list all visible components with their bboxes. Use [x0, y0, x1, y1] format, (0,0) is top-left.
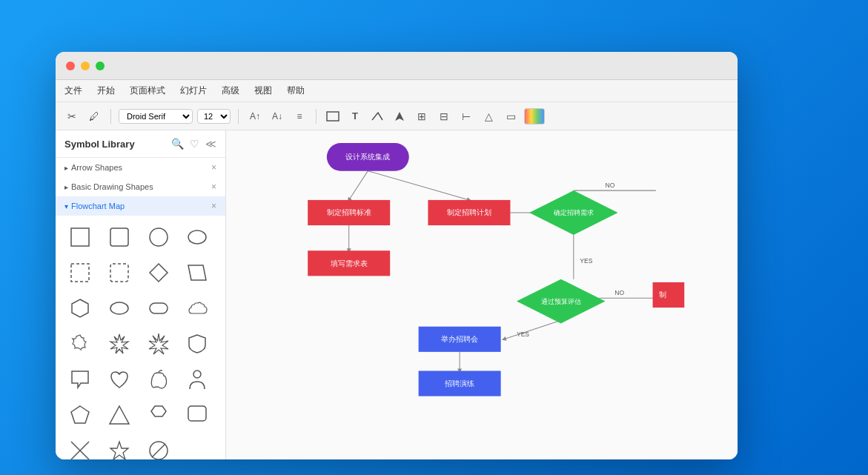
panel-icon[interactable]: ▭	[502, 107, 520, 125]
basic-drawing-label: Basic Drawing Shapes	[71, 182, 153, 191]
close-button[interactable]	[66, 62, 75, 70]
svg-text:招聘演练: 招聘演练	[444, 379, 474, 388]
shape-diamond[interactable]	[143, 257, 174, 288]
menu-slideshow[interactable]: 幻灯片	[180, 84, 207, 97]
font-size-select[interactable]: 12	[197, 109, 231, 124]
arrow-shapes-close[interactable]: ×	[211, 162, 216, 173]
connection-icon[interactable]: ⊢	[457, 107, 475, 125]
basic-drawing-close[interactable]: ×	[211, 182, 216, 192]
shape-speech-bubble[interactable]	[64, 364, 96, 395]
canvas-area[interactable]: NO YES YES NO 设计系统集成	[226, 130, 738, 459]
sidebar: Symbol Library 🔍 ♡ ≪ ▸ Arrow Shapes × ▸	[56, 130, 226, 459]
svg-marker-10	[72, 299, 88, 317]
title-bar	[56, 52, 738, 80]
shape-rounded-rect[interactable]	[143, 293, 174, 324]
shape-person[interactable]	[182, 364, 213, 395]
svg-text:举办招聘会: 举办招聘会	[441, 335, 478, 343]
shape-star-5[interactable]	[104, 435, 135, 459]
svg-rect-17	[188, 406, 206, 421]
font-select[interactable]: Droid Serif	[119, 109, 193, 124]
menu-start[interactable]: 开始	[97, 84, 115, 97]
shape-star-burst[interactable]	[143, 328, 174, 359]
svg-point-4	[150, 228, 168, 246]
svg-rect-0	[327, 112, 339, 121]
shape-splat[interactable]	[64, 328, 96, 359]
menu-view[interactable]: 视图	[254, 84, 272, 97]
svg-rect-3	[110, 228, 128, 246]
svg-marker-18	[110, 442, 128, 459]
flowchart-label: Flowchart Map	[71, 202, 125, 210]
shape-cloud[interactable]	[182, 293, 213, 324]
shape-ellipse[interactable]	[104, 293, 135, 324]
sidebar-header-icons: 🔍 ♡ ≪	[171, 138, 216, 150]
svg-marker-14	[71, 406, 89, 423]
table-icon[interactable]: ⊟	[435, 107, 453, 125]
toolbar: ✂ 🖊 Droid Serif 12 A↑ A↓ ≡ T ⊞ ⊟ ⊢ △ ▭	[56, 102, 738, 130]
svg-point-13	[193, 371, 201, 378]
shape-circle-2[interactable]	[182, 222, 213, 253]
shape-hexagon-2[interactable]	[143, 399, 174, 431]
align-icon[interactable]: ≡	[291, 107, 308, 125]
svg-text:NO: NO	[614, 289, 624, 296]
paint-icon[interactable]: 🖊	[85, 107, 103, 125]
toolbar-separator-1	[110, 109, 111, 124]
search-icon[interactable]: 🔍	[171, 138, 184, 150]
shape-square-1[interactable]	[64, 222, 96, 253]
svg-marker-8	[150, 264, 168, 282]
minimize-button[interactable]	[81, 62, 90, 70]
shape-cross[interactable]	[64, 435, 96, 459]
fill-color-button[interactable]	[524, 108, 545, 124]
shape-dashed-1[interactable]	[64, 257, 96, 288]
line-icon[interactable]	[368, 107, 386, 125]
font-increase-icon[interactable]: A↑	[246, 107, 264, 125]
menu-help[interactable]: 帮助	[287, 84, 305, 97]
basic-drawing-chevron: ▸	[64, 183, 68, 191]
flowchart-close[interactable]: ×	[211, 201, 216, 211]
menu-bar: 文件 开始 页面样式 幻灯片 高级 视图 帮助	[56, 80, 738, 102]
shape-triangle[interactable]	[104, 399, 135, 431]
shape-dashed-2[interactable]	[104, 257, 135, 288]
menu-file[interactable]: 文件	[64, 84, 82, 97]
text-icon[interactable]: T	[346, 107, 364, 125]
svg-text:制定招聘标准: 制定招聘标准	[327, 208, 371, 216]
shape-callout[interactable]	[182, 399, 213, 431]
arrow-shapes-chevron: ▸	[64, 164, 68, 172]
layers-icon[interactable]: ⊞	[413, 107, 431, 125]
sidebar-item-arrow-shapes[interactable]: ▸ Arrow Shapes ×	[56, 158, 225, 177]
cut-icon[interactable]: ✂	[63, 107, 81, 125]
svg-text:确定招聘需求: 确定招聘需求	[553, 208, 594, 216]
shape-apple[interactable]	[143, 364, 174, 395]
menu-advanced[interactable]: 高级	[222, 84, 239, 97]
sidebar-item-flowchart[interactable]: ▾ Flowchart Map ×	[56, 196, 225, 216]
shape-pentagon[interactable]	[64, 399, 96, 431]
maximize-button[interactable]	[96, 62, 105, 70]
shape-heart[interactable]	[104, 364, 135, 395]
svg-text:YES: YES	[517, 330, 529, 338]
svg-text:填写需求表: 填写需求表	[330, 259, 368, 268]
shape-no-symbol[interactable]	[143, 435, 174, 459]
shape-hexagon[interactable]	[64, 293, 96, 324]
svg-text:通过预算评估: 通过预算评估	[541, 297, 581, 305]
font-decrease-icon[interactable]: A↓	[268, 107, 286, 125]
flowchart-svg: NO YES YES NO 设计系统集成	[226, 130, 738, 459]
collapse-icon[interactable]: ≪	[205, 138, 216, 150]
arrow-icon[interactable]	[391, 107, 408, 125]
shape-square-2[interactable]	[104, 222, 135, 253]
toolbar-separator-3	[316, 109, 317, 124]
shape-circle-1[interactable]	[143, 222, 174, 253]
shape-burst[interactable]	[104, 328, 135, 359]
svg-rect-12	[150, 303, 168, 313]
svg-text:设计系统集成: 设计系统集成	[345, 153, 390, 161]
svg-marker-1	[395, 112, 404, 121]
shape-shield[interactable]	[182, 328, 213, 359]
svg-line-21	[349, 171, 368, 200]
favorite-icon[interactable]: ♡	[190, 138, 199, 150]
toolbar-separator-2	[238, 109, 239, 124]
sidebar-header: Symbol Library 🔍 ♡ ≪	[56, 130, 225, 158]
rect-shape-icon[interactable]	[324, 107, 342, 125]
menu-page-style[interactable]: 页面样式	[130, 84, 165, 97]
shapes-grid	[56, 216, 225, 459]
triangle-icon[interactable]: △	[480, 107, 497, 125]
shape-parallelogram[interactable]	[182, 257, 213, 288]
sidebar-item-basic-drawing[interactable]: ▸ Basic Drawing Shapes ×	[56, 177, 225, 196]
